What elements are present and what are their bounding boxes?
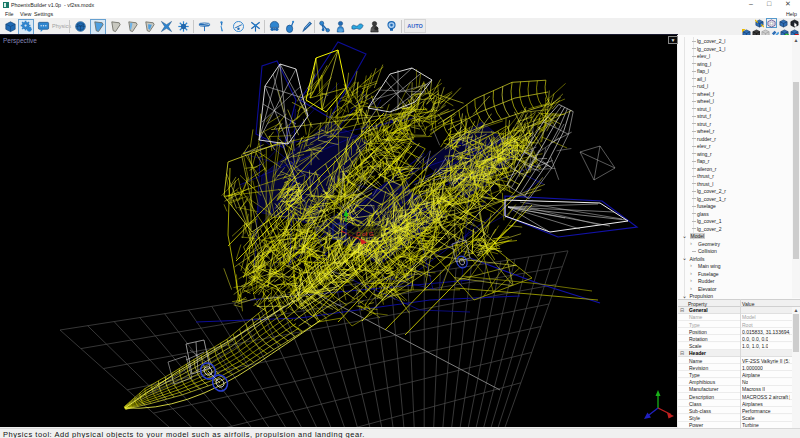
svg-text:C of G: C of G [356,231,374,237]
